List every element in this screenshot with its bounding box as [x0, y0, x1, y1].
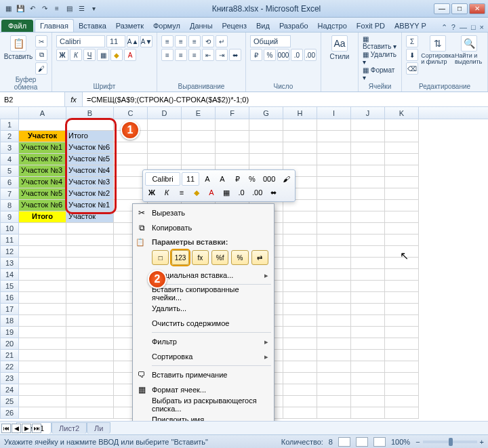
grow-font-icon[interactable]: A▲ — [127, 35, 139, 47]
cell[interactable] — [385, 373, 419, 384]
number-format[interactable]: Общий — [250, 35, 291, 47]
cut-icon[interactable]: ✂ — [35, 35, 47, 47]
formula-input[interactable]: =СМЕЩ($A$9;(СТРОКА()-СТРОКА($A$2))*-1;0) — [83, 92, 488, 106]
col-head[interactable]: A — [19, 107, 66, 119]
row-head[interactable]: 6 — [0, 177, 19, 188]
col-head[interactable]: I — [317, 107, 351, 119]
row-head[interactable]: 4 — [0, 154, 19, 165]
row-head[interactable]: 16 — [0, 292, 19, 304]
cell[interactable] — [317, 131, 351, 142]
cell[interactable] — [216, 154, 249, 165]
cell[interactable] — [385, 396, 419, 407]
find-select-button[interactable]: 🔍Найти и выделить — [455, 35, 483, 65]
cell[interactable] — [19, 246, 66, 258]
cell[interactable] — [19, 361, 66, 373]
mini-fill-icon[interactable]: ◆ — [190, 186, 203, 199]
sheet-nav-first-icon[interactable]: ⏮ — [1, 424, 11, 433]
sheet-tab[interactable]: Лист2 — [52, 422, 87, 434]
mini-comma-icon[interactable]: 000 — [260, 172, 278, 186]
cell[interactable] — [19, 292, 66, 304]
cell[interactable] — [182, 154, 216, 165]
row-head[interactable]: 13 — [0, 258, 19, 269]
ctx-format-cells[interactable]: ▦Формат ячеек... — [133, 382, 274, 397]
sheet-nav-next-icon[interactable]: ▶ — [22, 424, 31, 433]
cell[interactable] — [148, 131, 182, 142]
align-right-icon[interactable]: ≡ — [188, 49, 201, 61]
cell[interactable] — [66, 304, 114, 315]
ribbon-min-icon[interactable]: — — [460, 23, 467, 32]
cell[interactable]: Итого — [66, 131, 114, 142]
view-normal-icon[interactable] — [338, 437, 350, 447]
cell[interactable] — [66, 396, 114, 407]
redo-icon[interactable]: ↷ — [39, 3, 50, 14]
cell[interactable] — [317, 258, 351, 269]
cell[interactable] — [317, 154, 351, 165]
cell[interactable] — [249, 142, 283, 154]
cell[interactable] — [385, 165, 419, 177]
cell[interactable]: Участок №2 — [19, 154, 66, 165]
align-bot-icon[interactable]: ≡ — [188, 35, 201, 47]
cell[interactable] — [66, 235, 114, 246]
row-head[interactable]: 14 — [0, 269, 19, 281]
paste-opt-percent[interactable]: % — [231, 250, 248, 265]
row-head[interactable]: 9 — [0, 211, 19, 223]
format-painter-icon[interactable]: 🖌 — [35, 62, 47, 75]
cell[interactable] — [385, 407, 419, 419]
ctx-sort[interactable]: Сортировка▸ — [133, 349, 274, 364]
cell[interactable] — [317, 177, 351, 188]
cell[interactable] — [385, 292, 419, 304]
styles-button[interactable]: AaСтили — [325, 35, 354, 60]
cell[interactable] — [283, 281, 317, 292]
cell[interactable]: Участок №6 — [19, 200, 66, 211]
tab-developer[interactable]: Разрабо — [274, 20, 313, 32]
autosum-icon[interactable]: Σ — [406, 35, 418, 47]
paste-button[interactable]: 📋 Вставить — [4, 35, 33, 60]
merge-icon[interactable]: ⬌ — [229, 49, 241, 61]
row-head[interactable]: 5 — [0, 165, 19, 177]
orientation-icon[interactable]: ⟲ — [202, 35, 214, 47]
row-head[interactable]: 17 — [0, 304, 19, 315]
cell[interactable] — [351, 396, 385, 407]
cell[interactable] — [385, 384, 419, 396]
cell[interactable]: Участок №2 — [66, 188, 114, 200]
cell[interactable] — [66, 361, 114, 373]
cell[interactable] — [283, 211, 317, 223]
cell[interactable] — [182, 142, 216, 154]
row-head[interactable]: 25 — [0, 396, 19, 407]
cell[interactable] — [351, 142, 385, 154]
row-head[interactable]: 18 — [0, 315, 19, 327]
cell[interactable] — [148, 154, 182, 165]
tab-addins[interactable]: Надстро — [313, 20, 352, 32]
cell[interactable] — [317, 384, 351, 396]
cell[interactable]: Участок №1 — [19, 142, 66, 154]
tab-formulas[interactable]: Формул — [148, 20, 185, 32]
cell[interactable] — [351, 211, 385, 223]
cell[interactable] — [66, 281, 114, 292]
cell[interactable] — [351, 258, 385, 269]
cell[interactable] — [114, 142, 148, 154]
paste-opt-formulas[interactable]: fx — [192, 250, 209, 265]
cell[interactable] — [385, 211, 419, 223]
mini-font-size[interactable]: 11 — [182, 172, 199, 186]
cell[interactable] — [385, 281, 419, 292]
cell[interactable] — [148, 142, 182, 154]
row-head[interactable]: 1 — [0, 119, 19, 131]
cell[interactable] — [317, 327, 351, 338]
cell[interactable] — [317, 373, 351, 384]
col-head[interactable]: F — [216, 107, 249, 119]
row-head[interactable]: 24 — [0, 384, 19, 396]
cell[interactable] — [283, 119, 317, 131]
col-head[interactable]: J — [351, 107, 385, 119]
col-head[interactable]: D — [148, 107, 182, 119]
cell[interactable] — [114, 154, 148, 165]
clear-icon[interactable]: ⌫ — [406, 62, 418, 75]
cell[interactable] — [182, 119, 216, 131]
cell[interactable] — [19, 338, 66, 350]
cell[interactable] — [317, 281, 351, 292]
row-head[interactable]: 21 — [0, 350, 19, 361]
ctx-delete[interactable]: Удалить... — [133, 301, 274, 316]
sheet-nav-prev-icon[interactable]: ◀ — [12, 424, 21, 433]
qat-icon[interactable]: ≡ — [52, 3, 62, 14]
mini-bold-icon[interactable]: Ж — [145, 186, 159, 199]
cell[interactable] — [351, 327, 385, 338]
